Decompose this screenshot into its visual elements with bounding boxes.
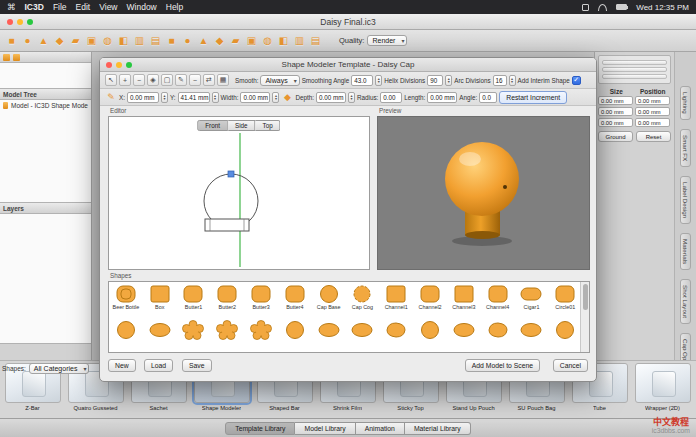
mirror-icon[interactable]: ⇄: [203, 74, 215, 86]
editor-viewport[interactable]: FrontSideTop: [108, 116, 370, 270]
save-icon[interactable]: ▲: [37, 34, 50, 47]
camera-icon[interactable]: ▣: [245, 34, 258, 47]
smooth-select[interactable]: Always: [260, 75, 299, 86]
shape-circle[interactable]: [109, 318, 143, 353]
radius-input[interactable]: 0.00: [380, 92, 402, 103]
shape-butter1[interactable]: Butter1: [177, 282, 211, 318]
shape-ellipse[interactable]: [312, 318, 346, 353]
battery-icon[interactable]: [616, 4, 627, 10]
dialog-titlebar[interactable]: Shape Modeler Template - Daisy Cap: [100, 58, 596, 72]
menu-item-file[interactable]: File: [53, 2, 67, 12]
shapes-scroll-thumb[interactable]: [583, 284, 588, 310]
ground-button[interactable]: Ground: [598, 131, 633, 142]
object-panel-icon2[interactable]: [13, 54, 20, 61]
shape-ellipse[interactable]: [447, 318, 481, 353]
shape-flower[interactable]: [177, 318, 211, 353]
tool-row[interactable]: [602, 60, 667, 65]
restart-increment-button[interactable]: Restart Increment: [499, 91, 567, 104]
shape-ellipse[interactable]: [143, 318, 177, 353]
shape-blob[interactable]: [379, 318, 413, 353]
new-scene-icon[interactable]: ■: [5, 34, 18, 47]
shape-channel1[interactable]: Channel1: [379, 282, 413, 318]
quality-select[interactable]: Render: [367, 35, 407, 46]
y-stepper[interactable]: [212, 92, 219, 103]
new-button[interactable]: New: [108, 359, 136, 372]
apple-menu-icon[interactable]: ⌘: [7, 2, 16, 12]
angle-input[interactable]: 0.0: [479, 92, 497, 103]
x-input[interactable]: 0.00 mm: [127, 92, 159, 103]
tab-animation[interactable]: Animation: [356, 422, 405, 435]
shape-blob[interactable]: [481, 318, 515, 353]
shape-box[interactable]: Box: [143, 282, 177, 318]
view-tab-top[interactable]: Top: [256, 120, 281, 131]
export-icon[interactable]: ▰: [69, 34, 82, 47]
side-tab-materials[interactable]: Materials: [680, 233, 691, 270]
undo-icon[interactable]: ▣: [85, 34, 98, 47]
shape-beer-bottle[interactable]: Beer Bottle: [109, 282, 143, 318]
y-input[interactable]: 41.41 mm: [178, 92, 210, 103]
shapes-scrollbar[interactable]: [580, 282, 589, 352]
menu-item-help[interactable]: Help: [166, 2, 183, 12]
zoom-in-icon[interactable]: +: [119, 74, 131, 86]
tool-row[interactable]: [602, 67, 667, 72]
side-tab-smart-fx[interactable]: Smart FX: [680, 129, 691, 167]
grid-icon[interactable]: ▦: [217, 74, 229, 86]
smoothing-angle-stepper[interactable]: [375, 75, 382, 86]
preview-viewport[interactable]: [377, 116, 590, 270]
tool-row[interactable]: [602, 74, 667, 79]
menu-item-view[interactable]: View: [99, 2, 117, 12]
shape-ellipse[interactable]: [515, 318, 549, 353]
shape-cap-base[interactable]: Cap Base: [312, 282, 346, 318]
settings-icon[interactable]: ▤: [309, 34, 322, 47]
pen-icon[interactable]: ✎: [175, 74, 187, 86]
helix-divisions-stepper[interactable]: [445, 75, 452, 86]
object-panel-icon[interactable]: [3, 54, 10, 61]
menu-item-edit[interactable]: Edit: [76, 2, 91, 12]
pan-icon[interactable]: ◈: [147, 74, 159, 86]
light-icon[interactable]: ▰: [229, 34, 242, 47]
save-button[interactable]: Save: [182, 359, 212, 372]
mode-tool-icon[interactable]: ◆: [281, 91, 293, 103]
delete-icon[interactable]: ▤: [149, 34, 162, 47]
arc-divisions-input[interactable]: 16: [493, 75, 507, 86]
menu-item-window[interactable]: Window: [127, 2, 157, 12]
window-titlebar[interactable]: Daisy Final.ic3: [0, 14, 696, 30]
shape-channel3[interactable]: Channel3: [447, 282, 481, 318]
shape-flower[interactable]: [210, 318, 244, 353]
redo-icon[interactable]: ◍: [101, 34, 114, 47]
shape-cigar1[interactable]: Cigar1: [515, 282, 549, 318]
open-icon[interactable]: ●: [21, 34, 34, 47]
position-field[interactable]: 0.00 mm: [635, 118, 670, 127]
material-icon[interactable]: ▥: [293, 34, 306, 47]
side-tab-label-design[interactable]: Label Design: [680, 176, 691, 224]
shape-circle[interactable]: [413, 318, 447, 353]
object-panel-body[interactable]: [0, 63, 91, 89]
shapes-category-select[interactable]: All Categories: [29, 363, 90, 374]
render-icon[interactable]: ◍: [261, 34, 274, 47]
dialog-close-button[interactable]: [106, 62, 112, 68]
shape-butter4[interactable]: Butter4: [278, 282, 312, 318]
width-stepper[interactable]: [272, 92, 279, 103]
copy-icon[interactable]: ◧: [117, 34, 130, 47]
tab-model-library[interactable]: Model Library: [295, 422, 355, 435]
length-input[interactable]: 0.00 mm: [427, 92, 457, 103]
size-field[interactable]: 0.00 mm: [598, 107, 633, 116]
model-tree-item[interactable]: Model - IC3D Shape Mode: [0, 100, 91, 111]
dialog-minimize-button[interactable]: [116, 62, 122, 68]
animation-icon[interactable]: ◧: [277, 34, 290, 47]
reset-button[interactable]: Reset: [636, 131, 671, 142]
arc-divisions-stepper[interactable]: [509, 75, 516, 86]
dialog-zoom-button[interactable]: [126, 62, 132, 68]
spotlight-icon[interactable]: [582, 4, 589, 11]
select-icon[interactable]: ■: [165, 34, 178, 47]
menu-item-ic3d[interactable]: IC3D: [25, 2, 44, 12]
shape-circle[interactable]: [548, 318, 582, 353]
shape-ellipse[interactable]: [346, 318, 380, 353]
view-tab-side[interactable]: Side: [228, 120, 256, 131]
position-field[interactable]: 0.00 mm: [635, 96, 670, 105]
tab-material-library[interactable]: Material Library: [405, 422, 471, 435]
shape-butter3[interactable]: Butter3: [244, 282, 278, 318]
depth-stepper[interactable]: [348, 92, 355, 103]
shape-cap-cog[interactable]: Cap Cog: [346, 282, 380, 318]
cursor-icon[interactable]: ↖: [105, 74, 117, 86]
